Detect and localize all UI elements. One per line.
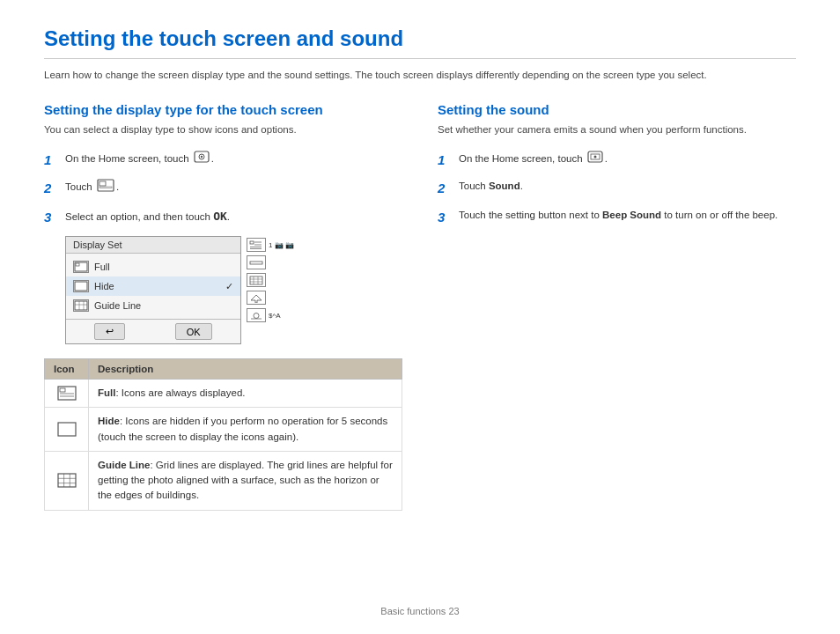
step-content-2: Touch . <box>65 179 119 196</box>
two-col-layout: Setting the display type for the touch s… <box>44 102 796 510</box>
hide-icon <box>73 280 89 292</box>
side-icons-panel: 1 📷 📷 <box>247 236 294 344</box>
right-step-number-2: 2 <box>438 179 453 199</box>
side-text-5: $^A <box>269 312 281 320</box>
table-row-hide: Hide: Icons are hidden if you perform no… <box>45 408 402 452</box>
table-cell-guide-icon <box>45 451 89 510</box>
icon-description-table: Icon Description <box>44 358 402 511</box>
right-section-subtitle: Set whether your camera emits a sound wh… <box>438 122 796 137</box>
table-cell-guide-desc: Guide Line: Grid lines are displayed. Th… <box>89 451 402 510</box>
right-step-content-2: Touch Sound. <box>459 179 523 194</box>
table-cell-full-desc: Full: Icons are always displayed. <box>89 380 402 408</box>
svg-rect-19 <box>250 276 262 284</box>
dialog-back-btn[interactable]: ↩ <box>94 323 125 340</box>
footer-text: Basic functions 23 <box>380 606 459 616</box>
svg-rect-4 <box>99 181 106 186</box>
side-icon-box-2 <box>247 255 266 269</box>
step-number-3: 3 <box>44 208 60 228</box>
table-row-guide: Guide Line: Grid lines are displayed. Th… <box>45 451 402 510</box>
right-step-content-3: Touch the setting button next to Beep So… <box>459 208 777 223</box>
page-footer: Basic functions 23 <box>44 606 796 616</box>
left-section-subtitle: You can select a display type to show ic… <box>44 122 402 137</box>
svg-point-38 <box>593 155 596 158</box>
step-content-3: Select an option, and then touch OK. <box>65 208 230 225</box>
right-step-content-1: On the Home screen, touch . <box>459 151 608 167</box>
full-label: Full <box>94 262 233 272</box>
svg-rect-8 <box>75 282 87 291</box>
side-icon-box-5 <box>247 308 266 322</box>
dialog-option-hide: Hide ✓ <box>66 276 240 296</box>
svg-rect-30 <box>58 423 76 436</box>
table-cell-full-icon <box>45 380 89 408</box>
right-step-2: 2 Touch Sound. <box>438 179 796 199</box>
svg-rect-5 <box>99 187 112 188</box>
left-step-2: 2 Touch . <box>44 179 402 199</box>
right-step-number-3: 3 <box>438 208 453 228</box>
side-icon-3 <box>247 273 294 287</box>
right-step-1: 1 On the Home screen, touch . <box>438 151 796 171</box>
right-section-title: Setting the sound <box>438 102 796 117</box>
svg-rect-27 <box>60 388 65 392</box>
step-content-1: On the Home screen, touch . <box>65 151 214 167</box>
guideline-icon <box>73 299 89 312</box>
guideline-label: Guide Line <box>94 300 233 311</box>
svg-rect-6 <box>75 262 87 271</box>
dialog-option-full: Full <box>66 257 240 276</box>
home-screen-icon <box>194 151 210 167</box>
left-column: Setting the display type for the touch s… <box>44 102 402 510</box>
svg-rect-18 <box>250 262 262 264</box>
svg-point-2 <box>201 155 203 157</box>
side-icon-2 <box>247 255 294 269</box>
side-text-1: 1 📷 📷 <box>269 241 294 249</box>
right-step-number-1: 1 <box>438 151 453 171</box>
table-header-icon: Icon <box>45 359 89 380</box>
display-type-icon <box>97 179 114 196</box>
page-title: Setting the touch screen and sound <box>44 26 796 59</box>
svg-rect-13 <box>250 241 254 244</box>
checkmark: ✓ <box>225 281 233 292</box>
sound-home-icon <box>587 151 603 167</box>
ok-label: OK <box>213 210 227 223</box>
svg-rect-31 <box>58 474 76 487</box>
dialog-footer: ↩ OK <box>66 319 240 343</box>
dialog-box: Display Set Full <box>65 236 241 344</box>
right-step-3: 3 Touch the setting button next to Beep … <box>438 208 796 228</box>
full-icon <box>73 261 89 273</box>
right-column: Setting the sound Set whether your camer… <box>438 102 796 510</box>
side-icon-4 <box>247 291 294 305</box>
side-icon-box-4 <box>247 291 266 305</box>
left-step-1: 1 On the Home screen, touch . <box>44 151 402 171</box>
dialog-ok-btn[interactable]: OK <box>175 323 212 340</box>
hide-label: Hide <box>94 281 220 291</box>
intro-text: Learn how to change the screen display t… <box>44 68 796 83</box>
side-icon-box-1 <box>247 238 266 252</box>
table-cell-hide-desc: Hide: Icons are hidden if you perform no… <box>89 408 402 452</box>
dialog-options: Full Hide ✓ <box>66 254 240 319</box>
svg-point-24 <box>254 313 259 318</box>
table-header-description: Description <box>89 359 402 380</box>
svg-rect-9 <box>75 301 87 310</box>
side-icon-5: $^A <box>247 308 294 322</box>
side-icon-1: 1 📷 📷 <box>247 238 294 252</box>
table-row-full: Full: Icons are always displayed. <box>45 380 402 408</box>
step-number-1: 1 <box>44 151 60 171</box>
side-icon-box-3 <box>247 273 266 287</box>
svg-rect-7 <box>76 263 79 266</box>
table-cell-hide-icon <box>45 408 89 452</box>
dialog-option-guideline: Guide Line <box>66 296 240 315</box>
left-section-title: Setting the display type for the touch s… <box>44 102 402 117</box>
dialog-title: Display Set <box>66 237 240 254</box>
step-number-2: 2 <box>44 179 60 199</box>
display-set-dialog: Display Set Full <box>65 236 402 344</box>
left-step-3: 3 Select an option, and then touch OK. <box>44 208 402 228</box>
